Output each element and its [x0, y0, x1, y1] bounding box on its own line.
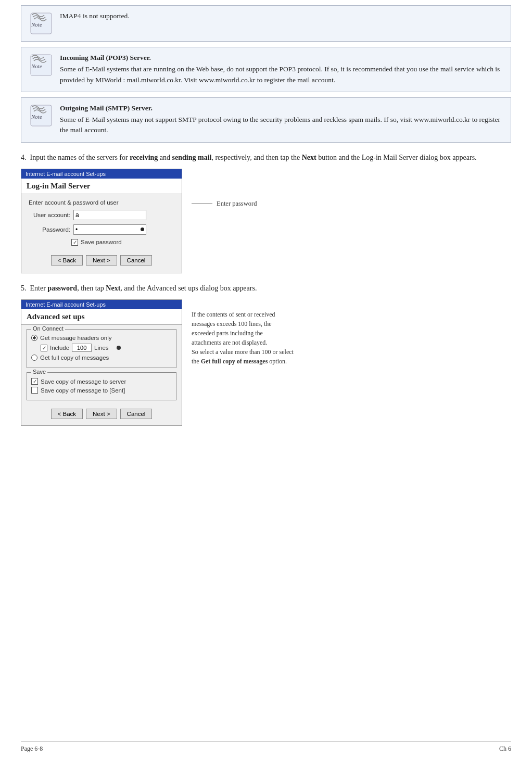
- adv-line6: the: [192, 358, 201, 365]
- note-box-3: Note Outgoing Mail (SMTP) Server. Some o…: [21, 97, 511, 143]
- advanced-body: On Connect Get message headers only Incl…: [21, 325, 182, 425]
- adv-line7: option.: [268, 358, 287, 365]
- save-password-checkbox[interactable]: [71, 239, 78, 246]
- note-text-3: Outgoing Mail (SMTP) Server. Some of E-M…: [60, 103, 503, 137]
- advanced-cancel-button[interactable]: Cancel: [120, 409, 153, 419]
- adv-line4: attachments are not displayed.: [192, 339, 267, 346]
- advanced-titlebar: Internet E-mail account Set-ups: [21, 300, 182, 309]
- note-box-2: Note Incoming Mail (POP3) Server. Some o…: [21, 47, 511, 92]
- save-server-label: Save copy of message to server: [41, 378, 126, 385]
- login-buttons: < Back Next > Cancel: [29, 251, 174, 268]
- note-icon-2: Note: [29, 53, 54, 78]
- login-back-button[interactable]: < Back: [51, 255, 83, 266]
- on-connect-group: On Connect Get message headers only Incl…: [27, 329, 176, 368]
- login-annotation-line: Enter password: [192, 200, 257, 208]
- login-dialog: Internet E-mail account Set-ups Log-in M…: [21, 169, 182, 273]
- include-label: Include: [50, 345, 69, 351]
- login-annotation-text: Enter password: [217, 200, 257, 208]
- radio-headers-label: Get message headers only: [40, 335, 111, 341]
- login-section-title: Log-in Mail Server: [21, 179, 182, 194]
- save-password-label: Save password: [81, 239, 122, 245]
- user-account-input[interactable]: [73, 210, 146, 220]
- include-row: Include Lines: [41, 344, 172, 352]
- include-input[interactable]: [72, 344, 92, 352]
- user-account-row: User account:: [29, 210, 174, 220]
- save-server-row: Save copy of message to server: [31, 378, 172, 385]
- login-annotation-area: Enter password: [192, 169, 257, 208]
- save-sent-row: Save copy of message to [Sent]: [31, 387, 172, 394]
- note-icon-1: Note: [29, 11, 54, 36]
- adv-bold: Get full copy of messages: [201, 358, 268, 365]
- advanced-back-button[interactable]: < Back: [51, 409, 83, 419]
- advanced-next-button[interactable]: Next >: [86, 409, 117, 419]
- note-text-1: IMAP4 is not supported.: [60, 11, 130, 22]
- annotation-horiz-line: [192, 204, 212, 204]
- step4-paragraph: 4. Input the names of the servers for re…: [21, 152, 511, 163]
- login-titlebar: Internet E-mail account Set-ups: [21, 169, 182, 179]
- advanced-dialog: Internet E-mail account Set-ups Advanced…: [21, 299, 182, 426]
- svg-text:Note: Note: [31, 63, 42, 69]
- radio-full-button[interactable]: [31, 355, 37, 361]
- login-label: Enter account & password of user: [29, 199, 174, 206]
- advanced-buttons: < Back Next > Cancel: [27, 405, 176, 421]
- radio-full-row: Get full copy of messages: [31, 355, 172, 361]
- save-group-label: Save: [31, 369, 47, 375]
- password-row: Password:: [29, 224, 174, 235]
- connector-dot: [117, 346, 121, 350]
- save-sent-label: Save copy of message to [Sent]: [41, 387, 125, 394]
- login-cancel-button[interactable]: Cancel: [120, 255, 153, 266]
- svg-text:Note: Note: [31, 113, 42, 120]
- save-sent-checkbox[interactable]: [31, 387, 38, 394]
- note-box-1: Note IMAP4 is not supported.: [21, 5, 511, 42]
- include-checkbox[interactable]: [41, 345, 47, 351]
- footer-left: Page 6-8: [21, 745, 43, 753]
- page-footer: Page 6-8 Ch 6: [21, 741, 511, 753]
- step5-paragraph: 5. Enter password, then tap Next, and th…: [21, 283, 511, 294]
- advanced-section-title: Advanced set ups: [21, 309, 182, 325]
- advanced-annotation: If the contents of sent or received mess…: [192, 299, 294, 366]
- adv-line5: So select a value more than 100 or selec…: [192, 348, 294, 356]
- password-input[interactable]: [73, 224, 146, 235]
- save-password-row: Save password: [71, 239, 174, 246]
- footer-right: Ch 6: [499, 745, 511, 753]
- login-next-button[interactable]: Next >: [86, 255, 117, 266]
- svg-text:Note: Note: [31, 21, 42, 28]
- note-text-2: Incoming Mail (POP3) Server. Some of E-M…: [60, 53, 503, 86]
- radio-headers-row: Get message headers only: [31, 335, 172, 341]
- adv-line3: exceeded parts including the: [192, 330, 263, 337]
- login-body: Enter account & password of user User ac…: [21, 194, 182, 273]
- on-connect-label: On Connect: [31, 325, 65, 332]
- adv-line1: If the contents of sent or received: [192, 311, 275, 318]
- login-dialog-area: Internet E-mail account Set-ups Log-in M…: [21, 169, 511, 273]
- save-group: Save Save copy of message to server Save…: [27, 372, 176, 400]
- password-label: Password:: [29, 226, 70, 233]
- user-account-label: User account:: [29, 212, 70, 218]
- lines-label: Lines: [94, 345, 109, 351]
- note-icon-3: Note: [29, 103, 54, 128]
- adv-line2: messages exceeds 100 lines, the: [192, 320, 272, 327]
- advanced-dialog-area: Internet E-mail account Set-ups Advanced…: [21, 299, 511, 426]
- save-server-checkbox[interactable]: [31, 378, 38, 385]
- radio-headers-button[interactable]: [31, 335, 37, 341]
- radio-full-label: Get full copy of messages: [40, 355, 109, 361]
- password-input-wrapper: [73, 224, 146, 235]
